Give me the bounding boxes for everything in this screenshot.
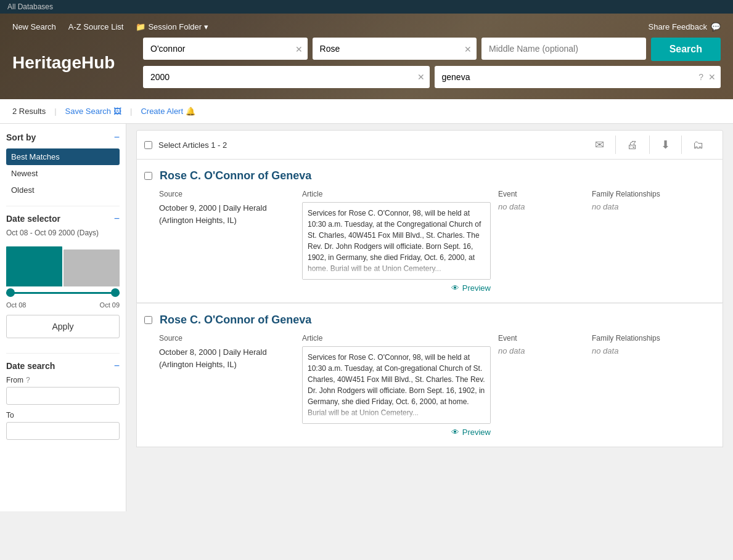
select-all-checkbox[interactable]	[144, 141, 152, 149]
date-search-header: Date search −	[6, 361, 120, 371]
search-inputs: ✕ ✕ Search ✕ ✕ ?	[143, 38, 721, 88]
sort-option-oldest[interactable]: Oldest	[6, 182, 120, 198]
folder-icon: 📁	[136, 22, 145, 31]
slider-label-left: Oct 08	[6, 301, 26, 309]
header-nav: New Search A-Z Source List 📁 Session Fol…	[12, 22, 721, 31]
result-2-source-header: Source	[159, 334, 295, 343]
sort-by-title: Sort by	[6, 132, 36, 142]
sort-section-header: Sort by −	[6, 132, 120, 142]
result-1-source-date: October 9, 2000 | Daily Herald (Arlingto…	[159, 202, 295, 226]
date-slider[interactable]	[6, 286, 120, 299]
result-2-checkbox[interactable]	[144, 316, 152, 324]
result-1-event-value: no data	[498, 202, 584, 211]
date-selector-collapse-btn[interactable]: −	[114, 214, 120, 224]
main-layout: Sort by − Best Matches Newest Oldest Dat…	[0, 124, 733, 511]
bell-icon: 🔔	[186, 107, 195, 116]
result-2-event-header: Event	[498, 334, 584, 343]
result-1-preview-link[interactable]: 👁 Preview	[302, 283, 491, 293]
email-action-btn[interactable]: ✉	[584, 136, 615, 154]
sidebar-divider-1	[6, 206, 120, 206]
brand-title: HeritageHub	[12, 53, 136, 73]
apply-button[interactable]: Apply	[6, 315, 120, 338]
last-name-input[interactable]	[313, 38, 477, 60]
session-folder-link[interactable]: 📁 Session Folder ▾	[136, 22, 208, 31]
year-input[interactable]	[143, 66, 430, 88]
separator-1: |	[54, 107, 56, 116]
result-2-article-box: Services for Rose C. O'Connor, 98, will …	[302, 346, 491, 424]
top-bar: All Databases	[0, 0, 733, 14]
from-help-icon[interactable]: ?	[26, 376, 30, 384]
result-2-preview-label: Preview	[462, 428, 491, 437]
result-2-source-date: October 8, 2000 | Daily Herald (Arlingto…	[159, 346, 295, 370]
result-2-family-col: Family Relationships no data	[592, 334, 715, 437]
print-action-btn[interactable]: 🖨	[615, 136, 649, 154]
first-name-field: ✕	[143, 38, 308, 61]
middle-name-input[interactable]	[481, 38, 646, 60]
result-2-title[interactable]: Rose C. O'Connor of Geneva	[160, 314, 311, 327]
result-1-source-col: Source October 9, 2000 | Daily Herald (A…	[159, 190, 295, 293]
create-alert-link[interactable]: Create Alert 🔔	[141, 107, 195, 116]
sort-collapse-btn[interactable]: −	[114, 132, 120, 142]
save-icon: 🖼	[113, 107, 121, 116]
sort-options-list: Best Matches Newest Oldest	[6, 148, 120, 198]
clear-first-name-btn[interactable]: ✕	[295, 44, 303, 54]
clear-year-btn[interactable]: ✕	[417, 72, 425, 82]
sort-option-newest[interactable]: Newest	[6, 165, 120, 182]
chevron-down-icon: ▾	[204, 22, 208, 31]
result-2-family-header: Family Relationships	[592, 334, 715, 343]
save-search-link[interactable]: Save Search 🖼	[65, 107, 121, 116]
result-2-article-header: Article	[302, 334, 491, 343]
results-bar: 2 Results | Save Search 🖼 | Create Alert…	[0, 99, 733, 124]
result-2-preview-link[interactable]: 👁 Preview	[302, 428, 491, 437]
header: New Search A-Z Source List 📁 Session Fol…	[0, 14, 733, 99]
search-button[interactable]: Search	[651, 38, 721, 61]
location-field: ✕ ?	[435, 66, 721, 88]
result-2-event-value: no data	[498, 346, 584, 355]
download-action-btn[interactable]: ⬇	[649, 136, 681, 154]
results-count: 2 Results	[12, 107, 46, 116]
date-selector-title: Date selector	[6, 214, 60, 224]
result-1-checkbox[interactable]	[144, 172, 152, 180]
to-input[interactable]	[6, 422, 120, 440]
result-2-source-col: Source October 8, 2000 | Daily Herald (A…	[159, 334, 295, 437]
hist-bar-1	[6, 246, 62, 286]
az-source-link[interactable]: A-Z Source List	[68, 22, 124, 31]
result-1-event-col: Event no data	[498, 190, 584, 293]
result-1-article-box: Services for Rose C. O'Connor, 98, will …	[302, 202, 491, 280]
sort-option-best-matches[interactable]: Best Matches	[6, 148, 120, 165]
result-1-title[interactable]: Rose C. O'Connor of Geneva	[160, 169, 311, 182]
hist-bar-2	[63, 250, 120, 286]
result-1-columns: Source October 9, 2000 | Daily Herald (A…	[159, 190, 715, 293]
search-row-1: ✕ ✕ Search	[143, 38, 721, 61]
histogram	[6, 243, 120, 286]
result-1-family-col: Family Relationships no data	[592, 190, 715, 293]
select-all-label: Select Articles 1 - 2	[158, 140, 584, 150]
slider-handle-left[interactable]	[6, 288, 15, 297]
result-1-preview-label: Preview	[462, 283, 491, 293]
location-help-btn[interactable]: ?	[698, 72, 703, 82]
from-label: From ?	[6, 376, 120, 384]
year-field: ✕	[143, 66, 430, 88]
result-1-article-col: Article Services for Rose C. O'Connor, 9…	[302, 190, 491, 293]
result-1-family-header: Family Relationships	[592, 190, 715, 198]
new-search-link[interactable]: New Search	[12, 22, 56, 31]
sidebar: Sort by − Best Matches Newest Oldest Dat…	[0, 124, 126, 511]
result-2-columns: Source October 8, 2000 | Daily Herald (A…	[159, 334, 715, 437]
date-search-title: Date search	[6, 361, 55, 371]
save-action-btn[interactable]: 🗂	[681, 136, 715, 154]
eye-icon-1: 👁	[451, 283, 459, 293]
header-main: HeritageHub ✕ ✕ Search ✕	[12, 38, 721, 88]
date-selector-header: Date selector −	[6, 214, 120, 224]
slider-track	[6, 292, 120, 294]
result-1-source-header: Source	[159, 190, 295, 198]
first-name-input[interactable]	[143, 38, 308, 60]
result-1-event-header: Event	[498, 190, 584, 198]
location-input[interactable]	[435, 66, 721, 88]
clear-location-btn[interactable]: ✕	[708, 72, 716, 82]
slider-handle-right[interactable]	[111, 288, 120, 297]
from-input[interactable]	[6, 387, 120, 405]
clear-last-name-btn[interactable]: ✕	[464, 44, 472, 54]
date-search-collapse-btn[interactable]: −	[114, 361, 120, 371]
share-feedback-btn[interactable]: Share Feedback 💬	[649, 22, 721, 31]
result-card-2: Rose C. O'Connor of Geneva Source Octobe…	[136, 303, 723, 447]
